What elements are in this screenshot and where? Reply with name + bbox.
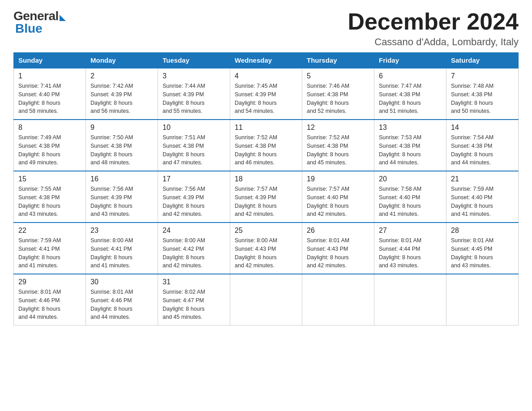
day-number: 6	[379, 72, 442, 80]
day-info: Sunrise: 7:53 AM Sunset: 4:38 PM Dayligh…	[379, 133, 442, 167]
table-row: 30 Sunrise: 8:01 AM Sunset: 4:46 PM Dayl…	[86, 274, 158, 325]
day-info: Sunrise: 8:01 AM Sunset: 4:45 PM Dayligh…	[451, 236, 514, 270]
day-info: Sunrise: 7:48 AM Sunset: 4:38 PM Dayligh…	[451, 82, 514, 116]
calendar-week-row: 22 Sunrise: 7:59 AM Sunset: 4:41 PM Dayl…	[14, 223, 519, 274]
table-row: 13 Sunrise: 7:53 AM Sunset: 4:38 PM Dayl…	[374, 120, 446, 171]
table-row: 10 Sunrise: 7:51 AM Sunset: 4:38 PM Dayl…	[158, 120, 230, 171]
table-row: 16 Sunrise: 7:56 AM Sunset: 4:39 PM Dayl…	[86, 171, 158, 223]
table-row: 9 Sunrise: 7:50 AM Sunset: 4:38 PM Dayli…	[86, 120, 158, 171]
table-row: 29 Sunrise: 8:01 AM Sunset: 4:46 PM Dayl…	[14, 274, 86, 325]
day-info: Sunrise: 7:59 AM Sunset: 4:41 PM Dayligh…	[18, 236, 81, 270]
day-info: Sunrise: 7:49 AM Sunset: 4:38 PM Dayligh…	[18, 133, 81, 167]
table-row: 11 Sunrise: 7:52 AM Sunset: 4:38 PM Dayl…	[230, 120, 302, 171]
table-row: 31 Sunrise: 8:02 AM Sunset: 4:47 PM Dayl…	[158, 274, 230, 325]
table-row: 5 Sunrise: 7:46 AM Sunset: 4:38 PM Dayli…	[302, 68, 374, 120]
table-row: 15 Sunrise: 7:55 AM Sunset: 4:38 PM Dayl…	[14, 171, 86, 223]
calendar-week-row: 29 Sunrise: 8:01 AM Sunset: 4:46 PM Dayl…	[14, 274, 519, 325]
day-info: Sunrise: 7:56 AM Sunset: 4:39 PM Dayligh…	[90, 185, 153, 218]
calendar-table: Sunday Monday Tuesday Wednesday Thursday…	[13, 52, 519, 325]
location-subtitle: Cassano d'Adda, Lombardy, Italy	[348, 36, 519, 48]
table-row	[446, 274, 519, 325]
day-number: 11	[235, 124, 297, 132]
table-row: 20 Sunrise: 7:58 AM Sunset: 4:40 PM Dayl…	[374, 171, 446, 223]
day-info: Sunrise: 7:55 AM Sunset: 4:38 PM Dayligh…	[18, 185, 81, 218]
col-wednesday: Wednesday	[230, 53, 302, 68]
day-info: Sunrise: 7:52 AM Sunset: 4:38 PM Dayligh…	[307, 133, 369, 167]
table-row: 18 Sunrise: 7:57 AM Sunset: 4:39 PM Dayl…	[230, 171, 302, 223]
month-title: December 2024	[348, 9, 519, 34]
day-number: 9	[90, 124, 153, 132]
day-number: 14	[451, 124, 514, 132]
day-info: Sunrise: 7:58 AM Sunset: 4:40 PM Dayligh…	[379, 185, 442, 218]
day-number: 28	[451, 227, 514, 235]
day-number: 29	[18, 278, 81, 286]
day-info: Sunrise: 7:56 AM Sunset: 4:39 PM Dayligh…	[163, 185, 225, 218]
table-row: 7 Sunrise: 7:48 AM Sunset: 4:38 PM Dayli…	[446, 68, 519, 120]
day-number: 4	[235, 72, 297, 80]
day-info: Sunrise: 7:52 AM Sunset: 4:38 PM Dayligh…	[235, 133, 297, 167]
table-row	[374, 274, 446, 325]
day-info: Sunrise: 7:57 AM Sunset: 4:40 PM Dayligh…	[307, 185, 369, 218]
day-number: 12	[307, 124, 369, 132]
page-header: General Blue December 2024 Cassano d'Add…	[13, 9, 519, 48]
day-info: Sunrise: 7:47 AM Sunset: 4:38 PM Dayligh…	[379, 82, 442, 116]
day-info: Sunrise: 7:45 AM Sunset: 4:39 PM Dayligh…	[235, 82, 297, 116]
day-number: 25	[235, 227, 297, 235]
day-info: Sunrise: 8:01 AM Sunset: 4:44 PM Dayligh…	[379, 236, 442, 270]
col-friday: Friday	[374, 53, 446, 68]
day-number: 2	[90, 72, 153, 80]
day-info: Sunrise: 8:00 AM Sunset: 4:42 PM Dayligh…	[163, 236, 225, 270]
table-row: 23 Sunrise: 8:00 AM Sunset: 4:41 PM Dayl…	[86, 223, 158, 274]
table-row: 25 Sunrise: 8:00 AM Sunset: 4:43 PM Dayl…	[230, 223, 302, 274]
calendar-week-row: 8 Sunrise: 7:49 AM Sunset: 4:38 PM Dayli…	[14, 120, 519, 171]
day-number: 10	[163, 124, 225, 132]
day-number: 5	[307, 72, 369, 80]
day-info: Sunrise: 8:01 AM Sunset: 4:46 PM Dayligh…	[18, 288, 81, 321]
day-info: Sunrise: 7:46 AM Sunset: 4:38 PM Dayligh…	[307, 82, 369, 116]
table-row: 24 Sunrise: 8:00 AM Sunset: 4:42 PM Dayl…	[158, 223, 230, 274]
table-row: 14 Sunrise: 7:54 AM Sunset: 4:38 PM Dayl…	[446, 120, 519, 171]
day-info: Sunrise: 7:50 AM Sunset: 4:38 PM Dayligh…	[90, 133, 153, 167]
day-number: 21	[451, 175, 514, 183]
day-number: 20	[379, 175, 442, 183]
day-number: 30	[90, 278, 153, 286]
col-thursday: Thursday	[302, 53, 374, 68]
logo-arrow-icon	[60, 15, 66, 21]
day-number: 19	[307, 175, 369, 183]
calendar-week-row: 1 Sunrise: 7:41 AM Sunset: 4:40 PM Dayli…	[14, 68, 519, 120]
day-number: 8	[18, 124, 81, 132]
day-info: Sunrise: 7:41 AM Sunset: 4:40 PM Dayligh…	[18, 82, 81, 116]
day-number: 23	[90, 227, 153, 235]
table-row: 26 Sunrise: 8:01 AM Sunset: 4:43 PM Dayl…	[302, 223, 374, 274]
table-row: 17 Sunrise: 7:56 AM Sunset: 4:39 PM Dayl…	[158, 171, 230, 223]
day-number: 24	[163, 227, 225, 235]
day-number: 27	[379, 227, 442, 235]
day-info: Sunrise: 7:59 AM Sunset: 4:40 PM Dayligh…	[451, 185, 514, 218]
table-row	[302, 274, 374, 325]
table-row: 28 Sunrise: 8:01 AM Sunset: 4:45 PM Dayl…	[446, 223, 519, 274]
day-number: 31	[163, 278, 225, 286]
day-number: 13	[379, 124, 442, 132]
table-row: 21 Sunrise: 7:59 AM Sunset: 4:40 PM Dayl…	[446, 171, 519, 223]
table-row: 6 Sunrise: 7:47 AM Sunset: 4:38 PM Dayli…	[374, 68, 446, 120]
table-row: 12 Sunrise: 7:52 AM Sunset: 4:38 PM Dayl…	[302, 120, 374, 171]
day-number: 22	[18, 227, 81, 235]
col-tuesday: Tuesday	[158, 53, 230, 68]
table-row	[230, 274, 302, 325]
day-info: Sunrise: 8:00 AM Sunset: 4:43 PM Dayligh…	[235, 236, 297, 270]
col-sunday: Sunday	[14, 53, 86, 68]
col-monday: Monday	[86, 53, 158, 68]
calendar-header-row: Sunday Monday Tuesday Wednesday Thursday…	[14, 53, 519, 68]
day-number: 3	[163, 72, 225, 80]
day-number: 7	[451, 72, 514, 80]
calendar-week-row: 15 Sunrise: 7:55 AM Sunset: 4:38 PM Dayl…	[14, 171, 519, 223]
day-info: Sunrise: 7:54 AM Sunset: 4:38 PM Dayligh…	[451, 133, 514, 167]
day-number: 26	[307, 227, 369, 235]
table-row: 19 Sunrise: 7:57 AM Sunset: 4:40 PM Dayl…	[302, 171, 374, 223]
day-info: Sunrise: 8:02 AM Sunset: 4:47 PM Dayligh…	[163, 288, 225, 321]
col-saturday: Saturday	[446, 53, 519, 68]
table-row: 8 Sunrise: 7:49 AM Sunset: 4:38 PM Dayli…	[14, 120, 86, 171]
day-number: 16	[90, 175, 153, 183]
day-info: Sunrise: 8:00 AM Sunset: 4:41 PM Dayligh…	[90, 236, 153, 270]
day-info: Sunrise: 7:42 AM Sunset: 4:39 PM Dayligh…	[90, 82, 153, 116]
